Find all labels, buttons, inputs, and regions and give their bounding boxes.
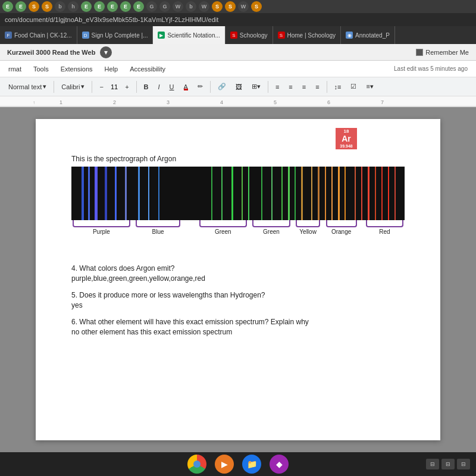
spec-line-30 <box>375 167 376 220</box>
image-button[interactable]: 🖼 <box>232 80 246 94</box>
menu-help[interactable]: Help <box>102 64 121 74</box>
menu-accessibility[interactable]: Accessibility <box>127 64 168 74</box>
bold-button[interactable]: B <box>140 80 152 94</box>
tab-schoology1[interactable]: S Schoology <box>226 26 273 44</box>
spec-line-28 <box>361 167 362 220</box>
spec-line-8 <box>148 167 149 220</box>
text-color-button[interactable]: A <box>180 80 192 94</box>
spec-line-5 <box>115 167 117 220</box>
taskbar: ▶ 📁 ◆ ⊟ ⊟ ⊟ <box>0 452 476 476</box>
kurzweil-dropdown[interactable]: ▾ <box>100 46 112 58</box>
font-size-increase[interactable]: + <box>121 80 132 94</box>
tab-label-annotated: Annotated_P <box>355 32 390 39</box>
browser-icon-4: S <box>42 1 52 12</box>
taskbar-files-icon[interactable]: 📁 <box>242 455 261 474</box>
highlight-button[interactable]: ✏ <box>194 80 206 94</box>
underline-button[interactable]: U <box>166 80 178 94</box>
browser-icon-17: S <box>212 1 223 12</box>
remember-me-area: Remember Me <box>416 49 469 56</box>
spec-line-25 <box>338 167 340 220</box>
browser-icon-8: E <box>94 1 105 12</box>
menu-extensions[interactable]: Extensions <box>58 64 95 74</box>
question-4-block: 4. What colors does Argon emit? purple,b… <box>71 264 405 283</box>
spec-line-19 <box>295 167 296 220</box>
remember-me-label: Remember Me <box>425 49 469 56</box>
answer-4-text: purple,blue,green,green,yellow,orange,re… <box>71 274 405 283</box>
address-bar[interactable]: com/document/d/1lgjtnoAb_eV3lx9seMbk55tb… <box>0 13 476 26</box>
spec-line-17 <box>281 167 283 220</box>
align-center[interactable]: ≡ <box>285 80 296 94</box>
bracket-green2: Green <box>251 220 291 235</box>
spec-line-3 <box>95 167 98 220</box>
tab-bar: F Food Chain | CK-12... D Sign Up Comple… <box>0 26 476 44</box>
spec-line-20 <box>301 167 303 220</box>
tab-icon-schoology1: S <box>230 32 237 39</box>
tab-signup[interactable]: D Sign Up Complete |... <box>77 26 154 44</box>
spec-line-29 <box>368 167 369 220</box>
label-purple: Purple <box>71 228 131 235</box>
bracket-green1-line <box>199 220 247 227</box>
browser-icon-18: S <box>225 1 236 12</box>
spec-line-26 <box>345 167 346 220</box>
style-selector[interactable]: Normal text ▾ <box>5 80 50 94</box>
ruler-mark-3: 3 <box>167 99 170 105</box>
browser-icon-14: W <box>173 1 183 12</box>
spec-line-33 <box>394 167 396 220</box>
document-page: 18 Ar 39.948 This is the spectrograph of… <box>36 119 440 440</box>
list-button[interactable]: ≡▾ <box>362 80 377 94</box>
browser-icon-1: E <box>2 1 13 12</box>
label-yellow: Yellow <box>295 228 321 235</box>
bracket-red: Red <box>365 220 405 235</box>
label-blue: Blue <box>134 228 181 235</box>
question-6-block: 6. What other element will have this exa… <box>71 318 405 336</box>
font-size-decrease[interactable]: − <box>96 80 107 94</box>
tab-scientific[interactable]: ▶ Scientific Notation... <box>153 26 225 44</box>
bracket-yellow: Yellow <box>295 220 321 235</box>
purple-shape: ◆ <box>276 459 283 469</box>
menu-format[interactable]: rmat <box>6 64 24 74</box>
answer-5-text: yes <box>71 301 405 309</box>
bracket-red-line <box>366 220 403 227</box>
font-selector[interactable]: Calibri ▾ <box>58 80 88 94</box>
table-button[interactable]: ⊞▾ <box>248 80 264 94</box>
tab-home-schoology[interactable]: S Home | Schoology <box>273 26 342 44</box>
ruler-mark-4: 4 <box>220 99 223 105</box>
italic-button[interactable]: I <box>155 80 164 94</box>
align-right[interactable]: ≡ <box>299 80 309 94</box>
spec-line-32 <box>388 167 389 220</box>
link-button[interactable]: 🔗 <box>214 80 230 94</box>
tab-label-home-schoology: Home | Schoology <box>287 32 336 39</box>
align-left[interactable]: ≡ <box>272 80 283 94</box>
browser-icon-13: G <box>159 1 170 12</box>
align-justify[interactable]: ≡ <box>312 80 322 94</box>
menu-tools[interactable]: Tools <box>31 64 51 74</box>
question-6-text: 6. What other element will have this exa… <box>71 318 405 326</box>
taskbar-play-icon[interactable]: ▶ <box>215 455 234 474</box>
tab-icon-signup: D <box>82 32 89 39</box>
ruler-mark-1: 1 <box>60 99 62 105</box>
browser-icon-16: W <box>199 1 209 12</box>
browser-icon-bar: E E S S b h E E E E E G G W b W S S W S <box>0 0 476 13</box>
toolbar-separator-4 <box>210 81 211 93</box>
ruler-mark-5: 5 <box>274 99 277 105</box>
bracket-blue: Blue <box>134 220 181 235</box>
taskbar-chrome-icon[interactable] <box>187 455 206 474</box>
spectrograph-label: This is the spectrograph of Argon <box>71 155 405 163</box>
taskbar-purple-icon[interactable]: ◆ <box>270 455 289 474</box>
tab-annotated[interactable]: ◉ Annotated_P <box>341 26 395 44</box>
checklist-button[interactable]: ☑ <box>347 80 360 94</box>
font-dropdown-icon: ▾ <box>81 83 84 90</box>
line-spacing-button[interactable]: ↕≡ <box>331 80 345 94</box>
toolbar-separator-5 <box>268 81 268 93</box>
chrome-center <box>193 461 201 468</box>
kurzweil-title: Kurzweil 3000 Read the Web <box>7 49 95 56</box>
tab-label-food-chain: Food Chain | CK-12... <box>14 32 72 39</box>
toolbar-separator-2 <box>92 81 92 93</box>
question-5-block: 5. Does it produce more or less waveleng… <box>71 291 405 309</box>
label-red: Red <box>365 228 405 235</box>
question-5-text: 5. Does it produce more or less waveleng… <box>71 291 405 299</box>
ruler-mark-0: ↑ <box>33 100 35 105</box>
tab-food-chain[interactable]: F Food Chain | CK-12... <box>0 26 77 44</box>
remember-me-checkbox[interactable] <box>416 49 423 56</box>
browser-icon-20: S <box>251 1 262 12</box>
